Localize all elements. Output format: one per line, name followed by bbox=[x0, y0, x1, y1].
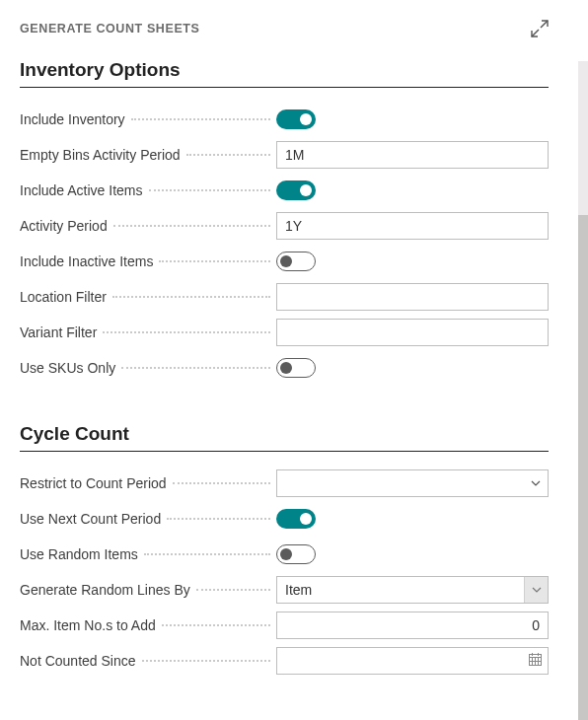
toggle-include-inventory[interactable] bbox=[276, 109, 316, 129]
section-inventory-title: Inventory Options bbox=[20, 59, 549, 88]
label-use-random: Use Random Items bbox=[20, 546, 138, 562]
toggle-include-inactive[interactable] bbox=[276, 252, 316, 271]
page-title: GENERATE COUNT SHEETS bbox=[20, 22, 200, 36]
label-variant-filter: Variant Filter bbox=[20, 324, 97, 340]
label-restrict-period: Restrict to Count Period bbox=[20, 475, 167, 491]
label-include-inactive: Include Inactive Items bbox=[20, 253, 153, 269]
input-activity-period[interactable] bbox=[276, 212, 549, 240]
label-max-items: Max. Item No.s to Add bbox=[20, 617, 156, 633]
toggle-use-random[interactable] bbox=[276, 544, 316, 564]
scrollbar[interactable] bbox=[578, 215, 588, 720]
label-include-inventory: Include Inventory bbox=[20, 111, 125, 127]
select-restrict-period[interactable] bbox=[276, 469, 549, 497]
input-location-filter[interactable] bbox=[276, 283, 549, 311]
label-not-counted-since: Not Counted Since bbox=[20, 653, 136, 669]
label-empty-bins-period: Empty Bins Activity Period bbox=[20, 147, 181, 163]
toggle-include-active[interactable] bbox=[276, 180, 316, 200]
label-location-filter: Location Filter bbox=[20, 289, 107, 305]
expand-icon[interactable] bbox=[531, 20, 549, 37]
label-activity-period: Activity Period bbox=[20, 218, 108, 234]
label-use-skus-only: Use SKUs Only bbox=[20, 360, 115, 376]
input-max-items[interactable] bbox=[276, 612, 549, 639]
label-use-next-period: Use Next Count Period bbox=[20, 511, 161, 527]
scrollbar[interactable] bbox=[578, 61, 588, 215]
input-empty-bins-period[interactable] bbox=[276, 141, 549, 169]
select-random-by[interactable] bbox=[276, 576, 549, 604]
label-include-active: Include Active Items bbox=[20, 182, 143, 198]
input-variant-filter[interactable] bbox=[276, 319, 549, 346]
input-not-counted-since[interactable] bbox=[276, 647, 549, 675]
toggle-use-next-period[interactable] bbox=[276, 509, 316, 529]
section-cycle-title: Cycle Count bbox=[20, 423, 549, 452]
toggle-use-skus-only[interactable] bbox=[276, 358, 316, 378]
label-random-by: Generate Random Lines By bbox=[20, 582, 190, 598]
